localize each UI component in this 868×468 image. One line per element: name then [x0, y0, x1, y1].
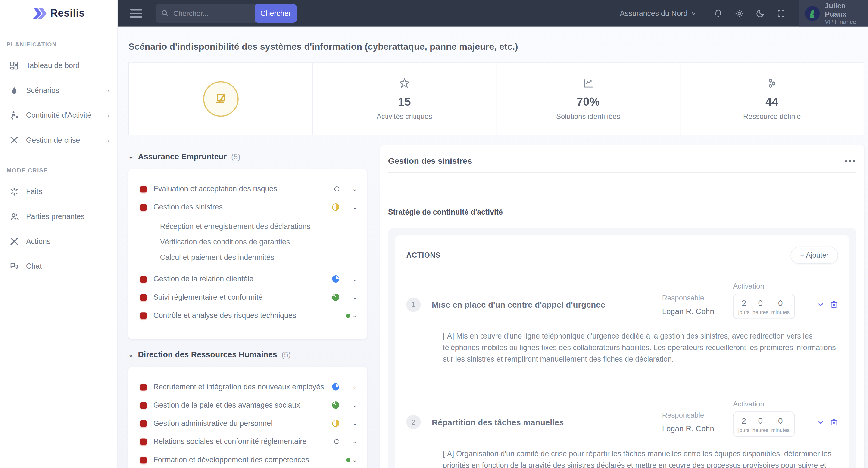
activity-row[interactable]: Recrutement et intégration des nouveaux …	[140, 377, 358, 396]
topbar: Chercher Assurances du Nord	[118, 0, 868, 27]
group-header-drh[interactable]: ⌄ Direction des Ressources Humaines (5)	[128, 350, 367, 359]
chevron-down-icon[interactable]: ⌄	[351, 275, 358, 282]
activation-block: Activation 2jours 0heures 0minutes	[733, 400, 795, 437]
sidebar-item-continuite-activite[interactable]: Continuité d'Activité ›	[0, 103, 117, 128]
status-pie-icon	[332, 203, 339, 211]
fullscreen-icon[interactable]	[771, 9, 792, 18]
sidebar-item-chat[interactable]: Chat	[0, 254, 117, 279]
sidebar-item-actions[interactable]: Actions	[0, 229, 117, 254]
sub-activity-row[interactable]: Réception et enregistrement des déclarat…	[140, 219, 358, 234]
detail-header: Gestion des sinistres •••	[380, 145, 864, 172]
sidebar-item-label: Continuité d'Activité	[26, 111, 91, 120]
dark-mode-moon-icon[interactable]	[749, 8, 771, 18]
activation-input[interactable]: 2jours 0heures 0minutes	[733, 294, 795, 319]
ellipsis-menu-icon[interactable]: •••	[845, 158, 857, 163]
user-role: VP Finance	[825, 18, 868, 25]
activity-row[interactable]: Gestion de la paie et des avantages soci…	[140, 396, 358, 414]
chevron-down-icon[interactable]: ⌄	[351, 294, 358, 301]
chevron-down-icon[interactable]: ⌄	[351, 438, 358, 445]
unit-label: minutes	[771, 427, 790, 433]
activation-label: Activation	[733, 282, 795, 291]
search-area: Chercher	[156, 4, 297, 23]
activity-row[interactable]: Suivi réglementaire et conformité ⌄	[140, 288, 358, 306]
action-number-badge: 1	[406, 297, 421, 311]
chart-icon	[582, 77, 594, 90]
activity-row[interactable]: Relations sociales et conformité régleme…	[140, 432, 358, 450]
activation-days[interactable]: 2	[738, 416, 749, 425]
sidebar: Resilis PLANIFICATION Tableau de bord Sc…	[0, 0, 118, 468]
responsable-name: Logan R. Cohn	[662, 307, 733, 315]
responsable-name: Logan R. Cohn	[662, 424, 733, 433]
search-input[interactable]	[174, 9, 245, 18]
sub-activity-row[interactable]: Vérification des conditions de garanties	[140, 234, 358, 249]
stat-card-scenario	[129, 63, 313, 135]
activity-row[interactable]: Évaluation et acceptation des risques ⌄	[140, 180, 358, 198]
group-header-assurance-emprunteur[interactable]: ⌄ Assurance Emprunteur (5)	[128, 152, 367, 161]
stat-label: Ressource définie	[743, 112, 801, 121]
activation-minutes[interactable]: 0	[771, 298, 790, 307]
action-controls	[795, 418, 838, 426]
org-selector[interactable]: Assurances du Nord	[620, 9, 696, 18]
star-icon	[399, 77, 410, 90]
flame-icon	[9, 85, 19, 96]
activation-hours[interactable]: 0	[752, 298, 769, 307]
settings-gear-icon[interactable]	[728, 8, 749, 18]
delete-trash-icon[interactable]	[830, 418, 838, 426]
sidebar-item-label: Parties prenantes	[26, 212, 85, 221]
sidebar-item-tableau-de-bord[interactable]: Tableau de bord	[0, 53, 117, 78]
sidebar-item-faits[interactable]: Faits	[0, 179, 117, 204]
activity-row[interactable]: Gestion des sinistres ⌄	[140, 198, 358, 216]
criticality-square	[140, 457, 147, 463]
search-box[interactable]	[156, 4, 257, 23]
activation-input[interactable]: 2jours 0heures 0minutes	[733, 411, 795, 437]
stat-label: Activités critiques	[377, 112, 432, 121]
activity-row[interactable]: Formation et développement des compétenc…	[140, 450, 358, 468]
sidebar-item-label: Chat	[26, 262, 42, 271]
chevron-down-icon[interactable]: ⌄	[351, 383, 358, 390]
criticality-square	[140, 383, 147, 390]
chevron-down-icon: ⌄	[128, 351, 133, 358]
status-pie-icon	[332, 383, 339, 390]
activation-hours[interactable]: 0	[752, 416, 769, 425]
action-number-badge: 2	[406, 415, 421, 429]
add-action-button[interactable]: + Ajouter	[791, 247, 838, 264]
status-pie-icon	[332, 401, 339, 409]
burst-icon	[9, 187, 19, 197]
page-title: Scénario d'indisponibilité des systèmes …	[128, 41, 864, 52]
sidebar-item-parties-prenantes[interactable]: Parties prenantes	[0, 204, 117, 229]
collapse-chevron-icon[interactable]	[817, 419, 824, 426]
dashboard-icon	[9, 60, 19, 71]
brand-logo[interactable]: Resilis	[0, 0, 117, 27]
sidebar-item-gestion-de-crise[interactable]: Gestion de crise ›	[0, 128, 117, 153]
continuity-icon	[9, 110, 19, 121]
activation-minutes[interactable]: 0	[771, 416, 790, 425]
activity-row[interactable]: Gestion de la relation clientèle ⌄	[140, 270, 358, 288]
activity-row[interactable]: Gestion administrative du personnel ⌄	[140, 414, 358, 432]
detail-title: Gestion des sinistres	[388, 156, 472, 165]
chevron-down-icon[interactable]: ⌄	[351, 185, 358, 192]
menu-toggle-icon[interactable]	[130, 9, 142, 18]
sub-activity-row[interactable]: Calcul et paiement des indemnités	[140, 249, 358, 265]
chat-icon	[9, 261, 19, 271]
chevron-down-icon[interactable]: ⌄	[351, 456, 358, 463]
notifications-bell-icon[interactable]	[707, 8, 728, 18]
user-menu[interactable]: Julien Puaux VP Finance	[799, 0, 868, 27]
stat-value: 44	[766, 95, 778, 108]
criticality-square	[140, 204, 147, 210]
chevron-down-icon[interactable]: ⌄	[351, 203, 358, 211]
activity-label: Contrôle et analyse des risques techniqu…	[153, 311, 346, 320]
chevron-right-icon: ›	[107, 87, 110, 94]
delete-trash-icon[interactable]	[830, 300, 838, 309]
chevron-down-icon[interactable]: ⌄	[351, 420, 358, 427]
stat-value: 15	[398, 95, 411, 108]
activation-days[interactable]: 2	[738, 298, 749, 307]
strategy-subtitle: Stratégie de continuité d'activité	[388, 208, 856, 216]
chevron-down-icon[interactable]: ⌄	[351, 312, 358, 319]
sidebar-item-scenarios[interactable]: Scénarios ›	[0, 78, 117, 103]
search-button[interactable]: Chercher	[255, 4, 297, 23]
stats-row: 15 Activités critiques 70% Solutions ide…	[128, 62, 864, 135]
avatar	[805, 6, 820, 21]
activity-row[interactable]: Contrôle et analyse des risques techniqu…	[140, 306, 358, 325]
collapse-chevron-icon[interactable]	[817, 301, 824, 308]
chevron-down-icon[interactable]: ⌄	[351, 401, 358, 409]
